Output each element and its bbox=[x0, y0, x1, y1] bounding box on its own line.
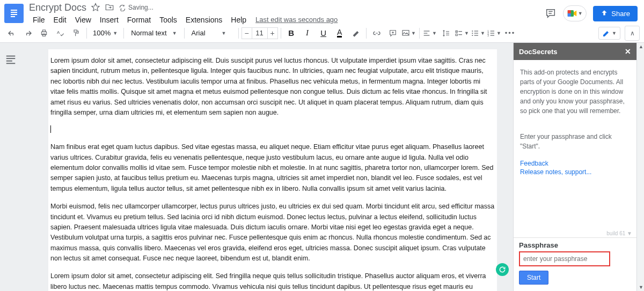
scroll-down-icon[interactable]: ▼ bbox=[639, 285, 643, 290]
numbered-list-button[interactable]: 123▼ bbox=[487, 26, 502, 41]
svg-rect-13 bbox=[74, 30, 77, 32]
scroll-up-icon[interactable]: ▲ bbox=[639, 44, 643, 49]
checklist-button[interactable]: ▼ bbox=[455, 26, 470, 41]
addon-sidebar: DocSecrets ✕ This add-on protects and en… bbox=[513, 43, 636, 291]
build-label: build 61 ▼ bbox=[514, 229, 636, 237]
svg-text:3: 3 bbox=[487, 34, 489, 37]
redo-button[interactable] bbox=[20, 26, 35, 41]
svg-rect-36 bbox=[6, 56, 16, 57]
svg-rect-3 bbox=[11, 16, 15, 17]
align-button[interactable]: ▼ bbox=[422, 26, 437, 41]
sidebar-instruction-text: Enter your passphrase and click "Start". bbox=[520, 132, 630, 151]
menu-help[interactable]: Help bbox=[227, 14, 250, 25]
more-button[interactable]: ••• bbox=[503, 26, 518, 41]
paragraph[interactable]: Morbi euismod, felis nec ullamcorper ull… bbox=[48, 202, 497, 264]
outline-icon[interactable] bbox=[5, 54, 17, 65]
svg-rect-22 bbox=[456, 34, 457, 35]
svg-rect-37 bbox=[6, 58, 16, 59]
bullet-list-button[interactable]: ▼ bbox=[471, 26, 486, 41]
font-select[interactable]: Arial▼ bbox=[187, 27, 236, 39]
feedback-link[interactable]: Feedback bbox=[520, 160, 630, 167]
svg-rect-0 bbox=[11, 10, 17, 11]
menu-extensions[interactable]: Extensions bbox=[182, 14, 226, 25]
paragraph[interactable]: Lorem ipsum dolor sit amet, consectetur … bbox=[48, 56, 497, 118]
svg-rect-38 bbox=[6, 61, 12, 62]
release-notes-link[interactable]: Release notes, support... bbox=[520, 168, 630, 176]
highlight-button[interactable] bbox=[348, 26, 363, 41]
toolbar: A 100%▼ Normal text▼ Arial▼ − 11 + B I U… bbox=[0, 24, 644, 43]
last-edit-link[interactable]: Last edit was seconds ago bbox=[255, 16, 338, 24]
insert-image-button[interactable]: ▼ bbox=[401, 26, 416, 41]
paragraph[interactable]: Nam finibus erat eget quam luctus dapibu… bbox=[48, 142, 497, 194]
font-size-increase[interactable]: + bbox=[267, 27, 278, 39]
print-button[interactable] bbox=[36, 26, 52, 41]
passphrase-label: Passphrase bbox=[519, 241, 631, 249]
paragraph[interactable]: Lorem ipsum dolor sit amet, consectetur … bbox=[48, 271, 497, 291]
document-title[interactable]: Encrypt Docs bbox=[29, 2, 86, 13]
font-size-value[interactable]: 11 bbox=[252, 27, 267, 39]
main-area: Lorem ipsum dolor sit amet, consectetur … bbox=[0, 43, 644, 291]
svg-rect-16 bbox=[402, 30, 409, 35]
comments-icon[interactable] bbox=[545, 8, 557, 19]
title-right: ▼ Share bbox=[545, 5, 638, 21]
docs-logo-icon[interactable] bbox=[4, 4, 24, 23]
menu-view[interactable]: View bbox=[71, 14, 95, 25]
svg-rect-7 bbox=[568, 10, 571, 13]
cloud-saving-icon bbox=[119, 4, 126, 11]
svg-point-24 bbox=[472, 31, 473, 32]
menu-insert[interactable]: Insert bbox=[96, 14, 122, 25]
zoom-select[interactable]: 100%▼ bbox=[90, 27, 121, 39]
underline-button[interactable]: U bbox=[316, 26, 331, 41]
undo-button[interactable] bbox=[4, 26, 19, 41]
font-size-stepper: − 11 + bbox=[241, 27, 278, 39]
paint-format-button[interactable] bbox=[69, 26, 84, 41]
insert-link-button[interactable] bbox=[369, 26, 384, 41]
move-icon[interactable] bbox=[105, 3, 114, 12]
italic-button[interactable]: I bbox=[300, 26, 315, 41]
grammarly-icon[interactable] bbox=[496, 263, 509, 276]
share-button[interactable]: Share bbox=[593, 6, 638, 21]
bold-button[interactable]: B bbox=[284, 26, 299, 41]
close-icon[interactable]: ✕ bbox=[625, 47, 631, 56]
svg-rect-2 bbox=[11, 14, 17, 15]
svg-rect-11 bbox=[42, 34, 45, 36]
passphrase-input[interactable] bbox=[519, 251, 610, 266]
line-spacing-button[interactable] bbox=[438, 26, 453, 41]
hide-menus-button[interactable]: ∧ bbox=[625, 26, 640, 41]
start-button[interactable]: Start bbox=[519, 271, 548, 285]
svg-rect-10 bbox=[42, 30, 45, 32]
font-size-decrease[interactable]: − bbox=[241, 27, 252, 39]
menu-tools[interactable]: Tools bbox=[156, 14, 181, 25]
sidebar-body: This add-on protects and encrypts parts … bbox=[514, 60, 636, 229]
outline-rail bbox=[0, 43, 21, 291]
svg-point-26 bbox=[472, 35, 473, 36]
svg-rect-39 bbox=[6, 63, 16, 64]
add-comment-button[interactable] bbox=[385, 26, 400, 41]
spellcheck-button[interactable]: A bbox=[53, 26, 68, 41]
menu-file[interactable]: File bbox=[29, 14, 49, 25]
editing-mode-button[interactable]: ▼ bbox=[598, 27, 620, 40]
svg-rect-8 bbox=[568, 13, 571, 17]
svg-text:A: A bbox=[57, 30, 60, 35]
star-icon[interactable] bbox=[91, 3, 100, 12]
passphrase-section: Passphrase Start bbox=[514, 237, 636, 291]
text-cursor bbox=[50, 125, 51, 133]
menu-bar: File Edit View Insert Format Tools Exten… bbox=[29, 14, 545, 25]
menu-format[interactable]: Format bbox=[123, 14, 155, 25]
meet-button[interactable]: ▼ bbox=[563, 5, 587, 21]
menu-edit[interactable]: Edit bbox=[50, 14, 70, 25]
style-select[interactable]: Normal text▼ bbox=[127, 27, 181, 39]
sidebar-header: DocSecrets ✕ bbox=[514, 43, 636, 60]
text-color-button[interactable]: A bbox=[332, 26, 347, 41]
document-page: Lorem ipsum dolor sit amet, consectetur … bbox=[48, 49, 497, 291]
title-bar: Encrypt Docs Saving... File Edit View In… bbox=[0, 0, 644, 24]
sidebar-title: DocSecrets bbox=[519, 48, 558, 56]
title-center: Encrypt Docs Saving... File Edit View In… bbox=[29, 2, 545, 25]
svg-point-25 bbox=[472, 33, 473, 34]
scrollbar[interactable]: ▲ ▼ bbox=[636, 43, 644, 291]
svg-rect-1 bbox=[11, 12, 17, 13]
sidebar-intro-text: This add-on protects and encrypts parts … bbox=[520, 68, 630, 116]
document-area[interactable]: Lorem ipsum dolor sit amet, consectetur … bbox=[21, 43, 513, 291]
saving-status: Saving... bbox=[119, 4, 153, 11]
